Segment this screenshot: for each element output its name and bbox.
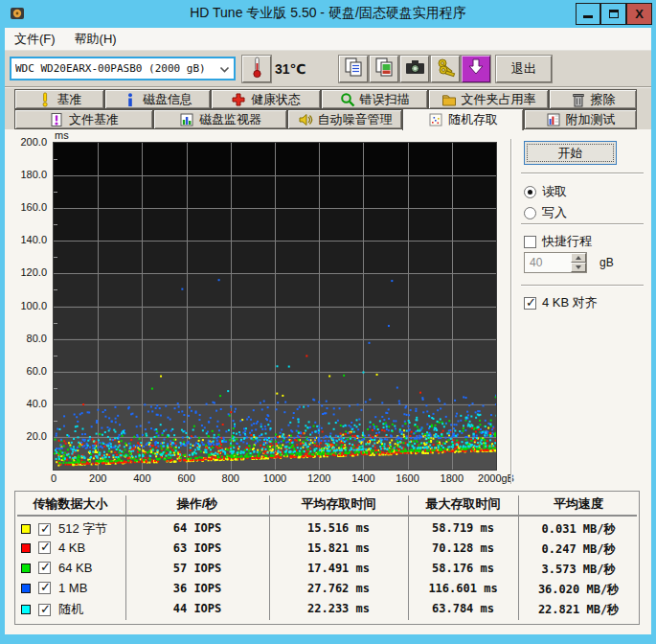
table-cell: 0.031 MB/秒	[518, 521, 639, 539]
table-header-4: 平均速度	[518, 495, 639, 513]
table-row-legend: 512 字节	[21, 520, 107, 538]
write-radio-circle[interactable]	[524, 207, 536, 219]
series-color-swatch	[21, 524, 31, 534]
series-checkbox[interactable]	[38, 541, 51, 554]
x-axis-tick-label: 0	[51, 472, 57, 484]
health-icon	[231, 92, 246, 107]
tab-磁盘信息[interactable]: 磁盘信息	[104, 89, 211, 109]
tab-label: 磁盘监视器	[199, 111, 261, 128]
align-4kb-checkbox[interactable]	[524, 297, 536, 310]
series-checkbox[interactable]	[38, 604, 51, 616]
align-checkbox-row[interactable]: 4 KB 对齐	[524, 294, 598, 311]
table-row-legend: 随机	[21, 601, 83, 618]
maximize-button[interactable]	[600, 3, 626, 25]
read-radio-circle[interactable]	[524, 186, 536, 198]
tab-擦除[interactable]: 擦除	[549, 89, 637, 109]
x-axis-tick-label: 400	[133, 472, 150, 484]
start-button[interactable]: 开始	[524, 141, 617, 165]
exit-button[interactable]: 退出	[496, 56, 552, 82]
tab-磁盘监视器[interactable]: 磁盘监视器	[153, 109, 287, 129]
tab-错误扫描[interactable]: 错误扫描	[321, 89, 428, 109]
table-header-3: 最大存取时间	[408, 495, 518, 513]
folder-usage-icon	[441, 92, 457, 107]
short-stroke-checkbox-row[interactable]: 快捷行程	[524, 233, 592, 250]
tab-文件基准[interactable]: 文件基准	[14, 109, 153, 129]
thermometer-icon	[251, 56, 263, 82]
separator	[521, 223, 644, 225]
menu-item-0[interactable]: 文件(F)	[5, 28, 65, 51]
tab-label: 随机存取	[448, 111, 498, 128]
series-color-swatch	[21, 584, 31, 593]
table-header-1: 操作/秒	[125, 495, 269, 513]
tab-附加测试[interactable]: 附加测试	[524, 109, 637, 129]
table-cell: 116.601 ms	[408, 582, 518, 599]
tab-文件夹占用率[interactable]: 文件夹占用率	[428, 89, 549, 109]
tab-基准[interactable]: 基准	[14, 89, 104, 109]
series-checkbox[interactable]	[38, 582, 51, 594]
series-checkbox[interactable]	[38, 523, 51, 536]
tab-随机存取[interactable]: 随机存取	[402, 108, 524, 130]
table-cell: 27.762 ms	[269, 582, 408, 599]
close-button[interactable]: X	[626, 3, 652, 25]
y-axis-tick-label: 40.0	[5, 398, 47, 409]
temperature-button[interactable]	[242, 56, 271, 82]
table-cell: 36.020 MB/秒	[518, 582, 639, 599]
short-stroke-value: 40	[525, 253, 571, 272]
table-cell: 17.491 ms	[269, 562, 408, 579]
spinner-down-button[interactable]	[571, 263, 586, 272]
tab-row-1: 基准磁盘信息健康状态错误扫描文件夹占用率擦除	[14, 89, 637, 109]
x-axis-tick-label: 2000gB	[478, 472, 514, 484]
table-cell: 15.821 ms	[269, 541, 408, 559]
update-button[interactable]	[462, 56, 490, 82]
y-axis-unit-label: ms	[55, 129, 69, 141]
disk-monitor-icon	[179, 112, 194, 127]
erase-icon	[571, 92, 586, 107]
keys-icon	[435, 57, 457, 82]
short-stroke-spinner[interactable]: 40	[524, 252, 587, 273]
screenshot-button[interactable]	[400, 56, 429, 82]
register-button[interactable]	[431, 56, 460, 82]
y-axis-tick-label: 100.0	[5, 300, 47, 311]
x-axis-tick-label: 200	[89, 472, 106, 484]
tab-健康状态[interactable]: 健康状态	[211, 89, 321, 109]
table-cell: 15.516 ms	[269, 521, 408, 539]
app-window: HD Tune 专业版 5.50 - 硬盘/固态硬盘实用程序 X 文件(F)帮助…	[0, 0, 656, 644]
tab-label: 文件夹占用率	[462, 91, 536, 108]
tab-label: 擦除	[591, 91, 616, 108]
y-axis-tick-label: 160.0	[5, 201, 47, 213]
x-axis-tick-label: 1200	[307, 472, 330, 484]
short-stroke-checkbox[interactable]	[524, 236, 536, 248]
title-bar: HD Tune 专业版 5.50 - 硬盘/固态硬盘实用程序 X	[0, 0, 656, 28]
drive-select-value: WDC WD20EARX-00PASB0 (2000 gB)	[15, 62, 219, 75]
x-axis-tick-label: 1000	[263, 472, 286, 484]
menu-item-1[interactable]: 帮助(H)	[65, 28, 126, 51]
random-access-panel: ms 20.040.060.080.0100.0120.0140.0160.01…	[5, 129, 651, 634]
tab-自动噪音管理[interactable]: 自动噪音管理	[287, 109, 402, 129]
y-axis-tick-label: 60.0	[5, 365, 47, 377]
series-color-swatch	[21, 605, 31, 614]
short-stroke-unit-label: gB	[599, 256, 614, 269]
read-radio[interactable]: 读取	[524, 183, 567, 200]
table-cell: 70.128 ms	[408, 541, 518, 559]
copy-image-button[interactable]	[370, 56, 398, 82]
spinner-up-button[interactable]	[571, 253, 586, 263]
separator	[521, 285, 644, 287]
series-checkbox[interactable]	[38, 562, 51, 574]
copy-image-icon	[373, 57, 396, 82]
header-divider	[17, 515, 637, 517]
table-cell: 22.821 MB/秒	[518, 602, 639, 619]
write-radio[interactable]: 写入	[524, 204, 567, 221]
copy-text-button[interactable]	[339, 56, 368, 82]
series-color-swatch	[21, 564, 31, 573]
tab-label: 磁盘信息	[143, 91, 192, 108]
x-axis-tick-label: 600	[177, 472, 194, 484]
toolbar: WDC WD20EARX-00PASB0 (2000 gB) 31℃ 退出	[5, 51, 651, 87]
align-4kb-label: 4 KB 对齐	[542, 294, 598, 311]
table-row-legend: 1 MB	[21, 581, 87, 595]
separator	[521, 172, 644, 174]
minimize-button[interactable]	[576, 3, 600, 25]
table-cell: 63 IOPS	[125, 541, 269, 559]
table-row-legend: 64 KB	[21, 561, 92, 575]
drive-select-dropdown[interactable]: WDC WD20EARX-00PASB0 (2000 gB)	[10, 57, 236, 80]
tab-label: 基准	[57, 91, 82, 108]
